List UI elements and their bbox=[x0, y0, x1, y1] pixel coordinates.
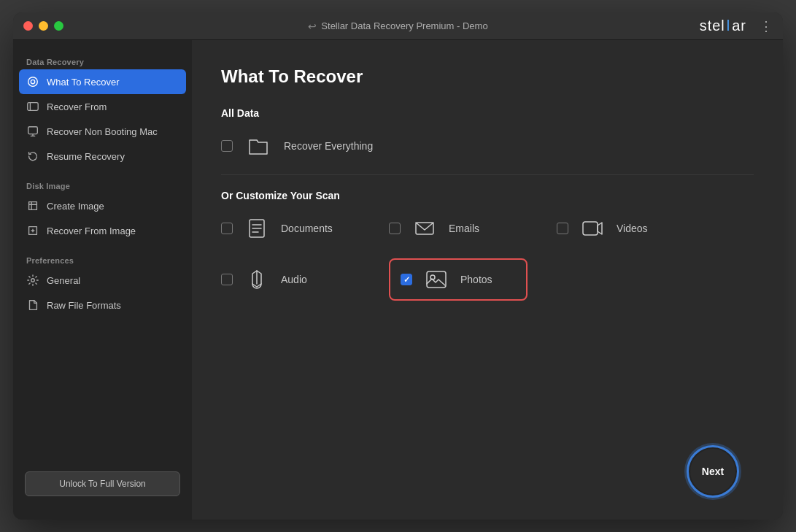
sidebar-item-recover-from[interactable]: Recover From bbox=[13, 94, 192, 119]
photos-option-highlighted: Photos bbox=[389, 258, 528, 301]
recover-everything-checkbox[interactable] bbox=[221, 140, 233, 152]
folder-icon bbox=[244, 132, 272, 160]
create-image-icon bbox=[26, 199, 39, 212]
svg-rect-10 bbox=[583, 222, 598, 235]
videos-checkbox[interactable] bbox=[557, 223, 568, 234]
documents-option: Documents bbox=[221, 215, 389, 242]
photos-label: Photos bbox=[460, 274, 492, 285]
documents-icon bbox=[243, 215, 271, 242]
minimize-button[interactable] bbox=[39, 21, 48, 31]
svg-point-1 bbox=[31, 80, 34, 83]
videos-icon bbox=[579, 215, 606, 242]
sidebar-item-create-image[interactable]: Create Image bbox=[13, 193, 192, 218]
svg-point-4 bbox=[31, 279, 35, 282]
sidebar-item-what-to-recover[interactable]: What To Recover bbox=[19, 69, 186, 94]
divider bbox=[221, 174, 754, 175]
unlock-button[interactable]: Unlock To Full Version bbox=[25, 471, 180, 496]
data-recovery-section-label: Data Recovery bbox=[13, 52, 192, 69]
next-button-container: Next bbox=[687, 445, 739, 498]
sidebar: Data Recovery What To Recover Recover Fr… bbox=[13, 40, 192, 520]
next-button[interactable]: Next bbox=[687, 445, 739, 498]
sidebar-item-general[interactable]: General bbox=[13, 268, 192, 293]
maximize-button[interactable] bbox=[54, 21, 63, 31]
titlebar-title: ↩ Stellar Data Recovery Premium - Demo bbox=[308, 20, 487, 32]
emails-option: Emails bbox=[389, 215, 557, 242]
recover-everything-row: Recover Everything bbox=[221, 132, 754, 160]
sidebar-bottom: Unlock To Full Version bbox=[13, 460, 192, 508]
app-window: ↩ Stellar Data Recovery Premium - Demo s… bbox=[13, 12, 783, 520]
content-area: Data Recovery What To Recover Recover Fr… bbox=[13, 40, 783, 520]
titlebar-right: stellar ⋮ bbox=[700, 18, 773, 34]
audio-checkbox[interactable] bbox=[221, 274, 233, 285]
sidebar-item-recover-from-image[interactable]: Recover From Image bbox=[13, 218, 192, 243]
page-title: What To Recover bbox=[221, 66, 754, 87]
raw-file-formats-icon bbox=[26, 298, 39, 312]
main-content: What To Recover All Data Recover Everyth… bbox=[192, 40, 783, 520]
titlebar: ↩ Stellar Data Recovery Premium - Demo s… bbox=[13, 12, 783, 40]
emails-label: Emails bbox=[449, 223, 479, 234]
recover-non-booting-icon bbox=[26, 125, 39, 138]
sidebar-item-recover-non-booting[interactable]: Recover Non Booting Mac bbox=[13, 119, 192, 144]
documents-label: Documents bbox=[281, 223, 333, 234]
svg-rect-11 bbox=[427, 271, 446, 288]
all-data-section-title: All Data bbox=[221, 107, 754, 119]
photos-icon bbox=[422, 266, 450, 293]
scan-options-row-1: Documents Emails bbox=[221, 215, 754, 242]
svg-rect-3 bbox=[28, 127, 38, 134]
audio-icon bbox=[243, 266, 271, 293]
back-icon: ↩ bbox=[308, 20, 317, 32]
videos-option: Videos bbox=[557, 215, 724, 242]
recover-everything-label: Recover Everything bbox=[284, 140, 373, 152]
scan-options-row-2: Audio Photos bbox=[221, 258, 754, 301]
stellar-logo: stellar bbox=[700, 18, 746, 34]
sidebar-item-raw-file-formats[interactable]: Raw File Formats bbox=[13, 293, 192, 317]
disk-image-section-label: Disk Image bbox=[13, 176, 192, 193]
audio-label: Audio bbox=[281, 274, 307, 285]
recover-from-image-icon bbox=[26, 224, 39, 237]
svg-rect-2 bbox=[28, 103, 38, 111]
spacer2 bbox=[13, 243, 192, 250]
videos-label: Videos bbox=[617, 223, 648, 234]
general-icon bbox=[26, 274, 39, 287]
spacer1 bbox=[13, 169, 192, 176]
resume-recovery-icon bbox=[26, 150, 39, 163]
menu-dots-button[interactable]: ⋮ bbox=[760, 18, 773, 34]
recover-from-icon bbox=[26, 100, 39, 113]
close-button[interactable] bbox=[23, 21, 33, 31]
audio-option: Audio bbox=[221, 266, 389, 293]
emails-icon bbox=[411, 215, 438, 242]
sidebar-item-resume-recovery[interactable]: Resume Recovery bbox=[13, 144, 192, 169]
documents-checkbox[interactable] bbox=[221, 223, 233, 234]
customize-scan-title: Or Customize Your Scan bbox=[221, 190, 754, 201]
emails-checkbox[interactable] bbox=[389, 223, 401, 234]
what-to-recover-icon bbox=[26, 75, 39, 88]
traffic-lights bbox=[23, 21, 63, 31]
preferences-section-label: Preferences bbox=[13, 250, 192, 268]
photos-checkbox[interactable] bbox=[401, 274, 412, 285]
svg-point-0 bbox=[28, 77, 38, 87]
